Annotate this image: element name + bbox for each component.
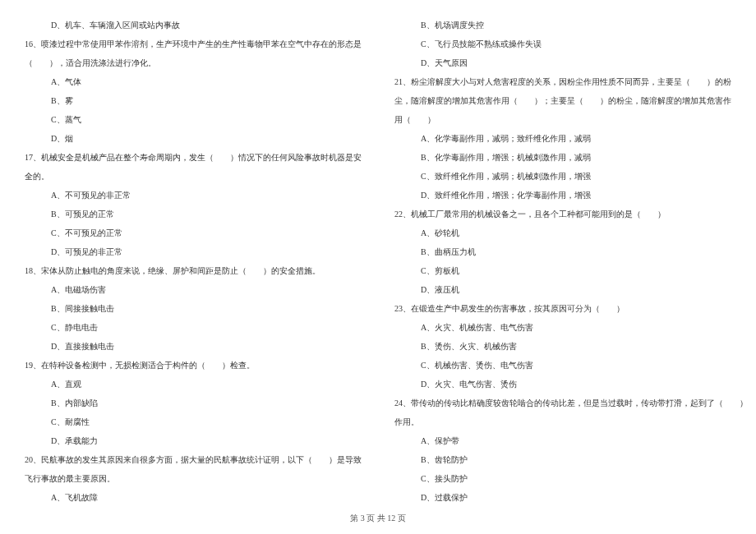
option-b: B、内部缺陷 xyxy=(25,394,362,412)
option-b: B、烫伤、火灾、机械伤害 xyxy=(394,338,748,356)
option-d: D、可预见的非正常 xyxy=(25,243,362,261)
question-22: 22、机械工厂最常用的机械设备之一，且各个工种都可能用到的是（ ） xyxy=(394,205,748,223)
question-24-cont: 作用。 xyxy=(394,413,748,431)
option-a: A、飞机故障 xyxy=(25,489,362,507)
option-a: A、直观 xyxy=(25,375,362,394)
question-17-cont: 全的。 xyxy=(25,168,362,186)
option-d: D、过载保护 xyxy=(394,489,748,507)
question-23: 23、在锻造生产中易发生的伤害事故，按其原因可分为（ ） xyxy=(394,300,748,318)
question-16-cont: （ ），适合用洗涤法进行净化。 xyxy=(25,54,362,72)
question-19: 19、在特种设备检测中，无损检测适合于构件的（ ）检查。 xyxy=(25,357,362,375)
question-24: 24、带传动的传动比精确度较齿轮啮合的传动比差，但是当过载时，传动带打滑，起到了… xyxy=(394,394,748,412)
option-c: C、飞行员技能不熟练或操作失误 xyxy=(394,35,748,53)
option-a: A、砂轮机 xyxy=(394,224,748,242)
right-column: B、机场调度失控 C、飞行员技能不熟练或操作失误 D、天气原因 21、粉尘溶解度… xyxy=(394,16,748,508)
option-b: B、化学毒副作用，增强；机械刺激作用，减弱 xyxy=(394,149,748,167)
option-a: A、电磁场伤害 xyxy=(25,281,362,299)
option-b: B、齿轮防护 xyxy=(394,451,748,469)
question-18: 18、宋体从防止触电的角度来说，绝缘、屏护和间距是防止（ ）的安全措施。 xyxy=(25,262,362,280)
option-a: A、火灾、机械伤害、电气伤害 xyxy=(394,319,748,337)
option-d: D、直接接触电击 xyxy=(25,338,362,356)
question-21: 21、粉尘溶解度大小与对人危害程度的关系，因粉尘作用性质不同而异，主要呈（ ）的… xyxy=(394,73,748,91)
option-c: C、机械伤害、烫伤、电气伤害 xyxy=(394,357,748,375)
page-footer: 第 3 页 共 12 页 xyxy=(0,513,756,524)
option-d: D、致纤维化作用，增强；化学毒副作用，增强 xyxy=(394,186,748,205)
question-20: 20、民航事故的发生其原因来自很多方面，据大量的民航事故统计证明，以下（ ）是导… xyxy=(25,451,362,469)
option-d: D、火灾、电气伤害、烫伤 xyxy=(394,375,748,394)
option-d: D、天气原因 xyxy=(394,54,748,72)
option-c: C、耐腐性 xyxy=(25,413,362,431)
option-d: D、机车、车辆溜入区间或站内事故 xyxy=(25,16,362,35)
option-c: C、接头防护 xyxy=(394,470,748,488)
option-c: C、静电电击 xyxy=(25,319,362,337)
question-21-cont2: 用（ ） xyxy=(394,111,748,129)
left-column: D、机车、车辆溜入区间或站内事故 16、喷漆过程中常使用甲苯作溶剂，生产环境中产… xyxy=(25,16,362,508)
option-a: A、气体 xyxy=(25,73,362,91)
page-content: D、机车、车辆溜入区间或站内事故 16、喷漆过程中常使用甲苯作溶剂，生产环境中产… xyxy=(0,0,756,532)
option-d: D、烟 xyxy=(25,130,362,148)
option-c: C、不可预见的正常 xyxy=(25,224,362,242)
option-a: A、保护带 xyxy=(394,432,748,450)
question-20-cont: 飞行事故的最主要原因。 xyxy=(25,470,362,488)
option-b: B、机场调度失控 xyxy=(394,16,748,35)
question-21-cont: 尘，随溶解度的增加其危害作用（ ）；主要呈（ ）的粉尘，随溶解度的增加其危害作 xyxy=(394,92,748,110)
option-b: B、曲柄压力机 xyxy=(394,243,748,261)
option-d: D、液压机 xyxy=(394,281,748,299)
option-b: B、间接接触电击 xyxy=(25,300,362,318)
option-c: C、剪板机 xyxy=(394,262,748,280)
option-b: B、雾 xyxy=(25,92,362,110)
option-a: A、化学毒副作用，减弱；致纤维化作用，减弱 xyxy=(394,130,748,148)
option-c: C、蒸气 xyxy=(25,111,362,129)
option-d: D、承载能力 xyxy=(25,432,362,450)
question-16: 16、喷漆过程中常使用甲苯作溶剂，生产环境中产生的生产性毒物甲苯在空气中存在的形… xyxy=(25,35,362,53)
option-a: A、不可预见的非正常 xyxy=(25,186,362,205)
option-b: B、可预见的正常 xyxy=(25,205,362,223)
question-17: 17、机械安全是机械产品在整个寿命周期内，发生（ ）情况下的任何风险事故时机器是… xyxy=(25,149,362,167)
option-c: C、致纤维化作用，减弱；机械刺激作用，增强 xyxy=(394,168,748,186)
